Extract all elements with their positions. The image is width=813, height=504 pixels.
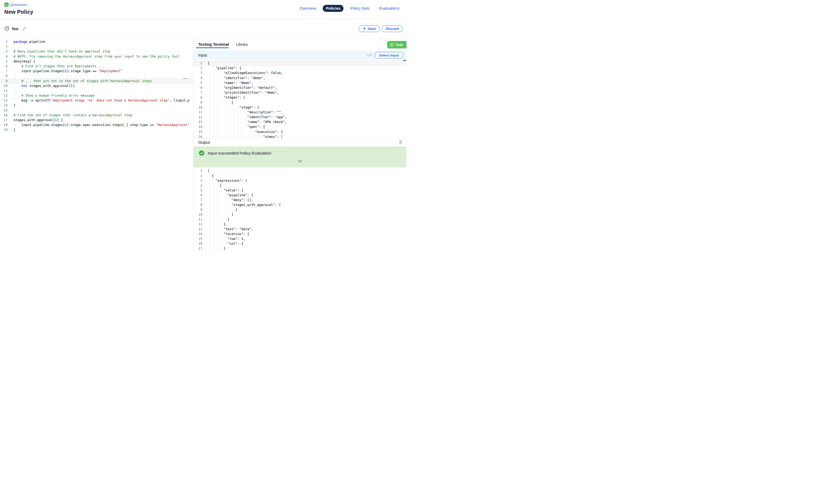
test-button[interactable]: Test xyxy=(387,41,406,48)
code-line: 7"projectIdentifier": "demo", xyxy=(194,90,406,95)
code-line: 9{ xyxy=(194,100,406,105)
indent-guides xyxy=(13,93,21,98)
code-line: 10] xyxy=(194,212,406,217)
code-line: 19} xyxy=(0,127,193,132)
testing-panel: Testing Terminal Library Test Input </> … xyxy=(194,38,406,252)
indent-guides xyxy=(13,64,21,69)
code-line: 12# Show a human-friendly error message xyxy=(0,93,193,98)
line-number: 5 xyxy=(194,81,202,85)
edit-name-pencil-icon[interactable] xyxy=(22,26,27,31)
line-number: 6 xyxy=(194,85,202,90)
code-line: 11"description": "", xyxy=(194,110,406,115)
line-number: 16 xyxy=(0,113,8,118)
line-number: 1 xyxy=(0,39,8,44)
nav-tab-evaluations[interactable]: Evaluations xyxy=(376,5,402,12)
nav-tab-overview[interactable]: Overview xyxy=(297,5,319,12)
line-number: 4 xyxy=(194,76,202,81)
rego-code-editor[interactable]: 1package pipeline23# Deny pipelines that… xyxy=(0,38,194,252)
line-number: 4 xyxy=(0,54,8,59)
evaluation-success-banner: Input succeeded Policy Evaluation xyxy=(194,146,406,167)
code-line: 8"stages": [ xyxy=(194,95,406,100)
input-json-editor[interactable]: 1{2"pipeline": {3"allowStageExecutions":… xyxy=(194,60,406,138)
tab-testing-terminal[interactable]: Testing Terminal xyxy=(198,42,229,47)
line-number: 3 xyxy=(194,178,202,183)
indent-guides xyxy=(208,236,227,241)
line-number: 1 xyxy=(194,169,202,173)
indent-guides xyxy=(208,71,223,75)
testing-tabs-row: Testing Terminal Library Test xyxy=(194,38,406,51)
breadcrumb-link-quickstart[interactable]: Quickstart xyxy=(10,3,27,7)
save-button[interactable]: Save xyxy=(359,25,379,32)
line-number: 6 xyxy=(194,193,202,198)
indent-guides xyxy=(208,90,223,95)
indent-guides xyxy=(208,222,223,227)
code-line: 1package pipeline xyxy=(0,39,193,44)
code-line: 17} xyxy=(194,246,406,251)
indent-guides xyxy=(208,232,223,236)
code-line: 16"col": 1 xyxy=(194,241,406,246)
new-policy-page: { "header": { "breadcrumb": "Quickstart"… xyxy=(0,0,406,252)
code-line: 3# Deny pipelines that don't have an app… xyxy=(0,49,193,54)
main-split: 1package pipeline23# Deny pipelines that… xyxy=(0,38,406,252)
breadcrumb-chevron-icon: › xyxy=(28,3,30,7)
line-number: 18 xyxy=(194,251,202,252)
nav-tab-policy-sets[interactable]: Policy Sets xyxy=(347,5,372,12)
code-line: 13msg := sprintf("deployment stage '%s' … xyxy=(0,98,193,103)
indent-guides xyxy=(208,188,223,193)
line-number: 8 xyxy=(0,73,8,78)
line-number: 13 xyxy=(194,227,202,232)
indent-guides xyxy=(208,110,247,115)
line-number: 9 xyxy=(194,100,202,105)
output-header-bar: Output xyxy=(194,138,406,146)
line-number: 17 xyxy=(0,118,8,123)
line-number: 12 xyxy=(194,222,202,227)
output-json-viewer[interactable]: 1[2{3"expressions": [4{5"value": {6"pipe… xyxy=(194,167,406,252)
tab-library[interactable]: Library xyxy=(236,42,248,47)
line-number: 7 xyxy=(0,69,8,73)
active-tab-underline xyxy=(196,47,229,48)
nav-tab-policies[interactable]: Policies xyxy=(323,5,343,12)
code-braces-icon[interactable]: </> xyxy=(367,53,372,57)
code-line: 9# ... that are not in the set of stages… xyxy=(0,79,193,83)
code-line: 13"text": "data", xyxy=(194,227,406,232)
indent-guides xyxy=(208,81,223,85)
code-line: 4"identifier": "demo", xyxy=(194,76,406,81)
code-line: 10"stage": { xyxy=(194,105,406,110)
code-line: 11} xyxy=(194,217,406,222)
select-input-button[interactable]: Select Input xyxy=(375,52,403,58)
check-circle-icon xyxy=(199,150,204,156)
clear-output-trash-icon[interactable] xyxy=(398,140,403,145)
line-number: 14 xyxy=(194,124,202,129)
indent-guides xyxy=(208,105,239,110)
line-number: 17 xyxy=(194,246,202,251)
code-line: 3"expressions": [ xyxy=(194,178,406,183)
line-number: 16 xyxy=(194,134,202,138)
code-line: 14"spec": { xyxy=(194,124,406,129)
code-line: 7input.pipeline.stages[i].stage.type == … xyxy=(0,69,193,73)
banner-message: Input succeeded Policy Evaluation xyxy=(208,151,271,156)
indent-guides xyxy=(13,88,21,93)
input-header-bar: Input </> Select Input xyxy=(194,51,406,60)
chevron-down-icon[interactable] xyxy=(298,159,302,164)
shield-check-icon xyxy=(4,26,9,31)
line-number: 10 xyxy=(194,105,202,110)
discard-button[interactable]: Discard xyxy=(382,25,402,32)
indent-guides xyxy=(208,76,223,81)
indent-guides xyxy=(208,202,231,207)
code-line: 8 xyxy=(0,73,193,78)
indent-guides xyxy=(208,212,231,217)
upload-icon xyxy=(362,27,366,31)
line-number: 3 xyxy=(194,71,202,75)
code-line: 2"pipeline": { xyxy=(194,66,406,71)
indent-guides xyxy=(208,178,215,183)
indent-guides xyxy=(208,124,247,129)
line-number: 14 xyxy=(0,103,8,108)
code-line: 12}, xyxy=(194,222,406,227)
code-line: 14"location": { xyxy=(194,232,406,236)
line-number: 11 xyxy=(194,217,202,222)
code-line: 4{ xyxy=(194,183,406,188)
indent-guides xyxy=(208,85,223,90)
line-number: 12 xyxy=(194,115,202,120)
line-number: 15 xyxy=(0,108,8,113)
indent-guides xyxy=(208,66,215,71)
